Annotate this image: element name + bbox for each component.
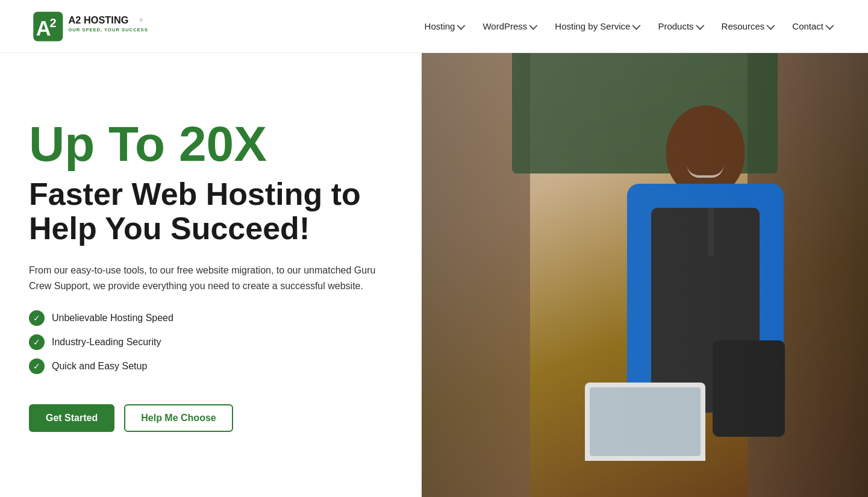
chevron-down-icon	[696, 21, 704, 30]
chevron-down-icon	[632, 21, 641, 30]
svg-text:2: 2	[50, 16, 57, 29]
get-started-button[interactable]: Get Started	[29, 404, 114, 432]
nav-link-hosting-by-service[interactable]: Hosting by Service	[548, 16, 646, 36]
svg-text:A2 HOSTING: A2 HOSTING	[68, 14, 128, 25]
chevron-down-icon	[825, 21, 834, 30]
nav-label-hosting: Hosting	[425, 21, 455, 31]
chevron-down-icon	[529, 21, 538, 30]
chevron-down-icon	[457, 21, 466, 30]
nav-label-contact: Contact	[792, 21, 823, 31]
hero-headline-dark: Faster Web Hosting to Help You Succeed!	[29, 177, 393, 246]
check-icon-setup: ✓	[29, 358, 45, 374]
nav-item-wordpress[interactable]: WordPress	[475, 16, 543, 36]
feature-item-security: ✓ Industry-Leading Security	[29, 334, 393, 350]
svg-text:OUR SPEED, YOUR SUCCESS: OUR SPEED, YOUR SUCCESS	[68, 27, 148, 33]
nav-link-products[interactable]: Products	[651, 16, 709, 36]
feature-item-setup: ✓ Quick and Easy Setup	[29, 358, 393, 374]
cta-buttons: Get Started Help Me Choose	[29, 404, 393, 432]
hero-content: Up To 20X Faster Web Hosting to Help You…	[0, 53, 422, 497]
nav-link-resources[interactable]: Resources	[714, 16, 781, 36]
nav-item-products[interactable]: Products	[651, 16, 709, 36]
check-icon-security: ✓	[29, 334, 45, 350]
nav-label-products: Products	[658, 21, 693, 31]
nav-label-hosting-by-service: Hosting by Service	[555, 21, 630, 31]
hero-headline-green: Up To 20X	[29, 118, 393, 170]
hero-section: Up To 20X Faster Web Hosting to Help You…	[0, 53, 868, 497]
features-list: ✓ Unbelievable Hosting Speed ✓ Industry-…	[29, 310, 393, 383]
nav-label-wordpress: WordPress	[482, 21, 527, 31]
nav-link-wordpress[interactable]: WordPress	[475, 16, 543, 36]
hero-image	[422, 53, 868, 497]
navbar: A 2 A2 HOSTING OUR SPEED, YOUR SUCCESS ®…	[0, 0, 868, 53]
logo[interactable]: A 2 A2 HOSTING OUR SPEED, YOUR SUCCESS ®	[29, 7, 149, 46]
feature-label-setup: Quick and Easy Setup	[52, 361, 147, 372]
nav-item-contact[interactable]: Contact	[785, 16, 839, 36]
hero-description: From our easy-to-use tools, to our free …	[29, 263, 393, 293]
nav-item-resources[interactable]: Resources	[714, 16, 781, 36]
nav-link-hosting[interactable]: Hosting	[417, 16, 471, 36]
svg-text:®: ®	[140, 17, 143, 22]
feature-item-speed: ✓ Unbelievable Hosting Speed	[29, 310, 393, 326]
help-me-choose-button[interactable]: Help Me Choose	[124, 404, 233, 432]
feature-label-security: Industry-Leading Security	[52, 337, 161, 348]
hero-scene	[422, 53, 868, 497]
nav-item-hosting[interactable]: Hosting	[417, 16, 471, 36]
nav-links: Hosting WordPress Hosting by Service Pro…	[417, 16, 839, 36]
chevron-down-icon	[767, 21, 775, 30]
svg-text:A: A	[36, 17, 51, 40]
nav-item-hosting-by-service[interactable]: Hosting by Service	[548, 16, 646, 36]
feature-label-speed: Unbelievable Hosting Speed	[52, 313, 173, 324]
nav-link-contact[interactable]: Contact	[785, 16, 839, 36]
image-overlay	[422, 53, 868, 497]
nav-label-resources: Resources	[722, 21, 765, 31]
check-icon-speed: ✓	[29, 310, 45, 326]
